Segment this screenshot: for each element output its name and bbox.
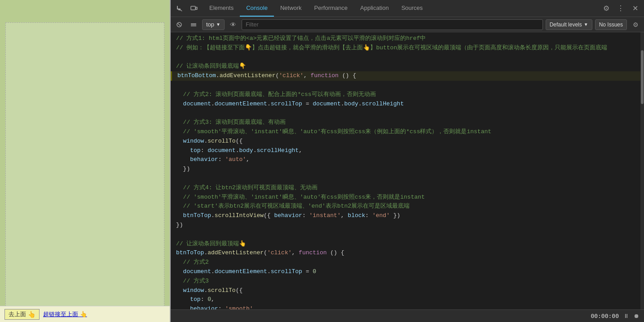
devtools-more-button[interactable]: ⋮ <box>615 3 626 14</box>
code-line-2: // 例如：【超链接至下面👇】点击超链接，就会平滑的滑动到【去上面👆】butto… <box>171 44 640 53</box>
code-line-25: // 方式2 <box>171 258 640 267</box>
devtools-panel: Elements Console Network Performance App… <box>171 0 644 322</box>
code-line-6 <box>171 81 640 90</box>
code-line-18: // 'smooth'平滑滚动、'instant'瞬息、'auto'有css则按… <box>171 193 640 202</box>
code-line-27: // 方式3 <box>171 277 640 286</box>
clear-button-2[interactable] <box>188 19 199 30</box>
code-line-26: document.documentElement.scrollTop = 0 <box>171 267 640 277</box>
inspect-element-button[interactable] <box>173 2 186 15</box>
go-up-button[interactable]: 去上面 👆 <box>4 309 40 320</box>
code-line-4: // 让滚动条回到最底端👇 <box>171 62 640 71</box>
svg-rect-9 <box>191 26 196 26</box>
code-line-13: top: document.body.scrollHeight, <box>171 146 640 156</box>
default-levels-dropdown[interactable]: Default levels ▼ <box>546 19 592 30</box>
svg-line-6 <box>178 23 181 26</box>
tab-performance[interactable]: Performance <box>308 0 354 17</box>
svg-rect-4 <box>196 7 197 9</box>
record-button[interactable]: ⏺ <box>634 313 640 319</box>
code-line-28: window.scrollTo({ <box>171 286 640 296</box>
clear-console-button[interactable] <box>173 19 185 30</box>
code-line-1: // 方式1: html页面中的<a>元素已经设置了锚点，点击a元素可以平滑的滚… <box>171 34 640 44</box>
console-settings-button[interactable]: ⚙ <box>630 19 641 30</box>
devtools-toolbar: Elements Console Network Performance App… <box>171 0 644 17</box>
tab-console[interactable]: Console <box>240 0 274 17</box>
device-toolbar-button[interactable] <box>188 2 200 15</box>
code-line-21: }) <box>171 221 640 230</box>
code-line-10: // 方式3: 滚动到页面最底端、有动画 <box>171 118 640 127</box>
svg-rect-1 <box>177 9 181 9</box>
code-line-15: }) <box>171 165 640 174</box>
code-line-30: behavior: 'smooth', <box>171 305 640 309</box>
tab-sources[interactable]: Sources <box>395 0 429 17</box>
live-expressions-button[interactable]: 👁 <box>227 19 239 30</box>
svg-rect-7 <box>191 23 196 24</box>
devtools-close-button[interactable]: ✕ <box>630 3 640 14</box>
svg-rect-8 <box>191 24 196 25</box>
code-line-16 <box>171 174 640 183</box>
devtools-main: // 方式1: html页面中的<a>元素已经设置了锚点，点击a元素可以平滑的滚… <box>171 32 644 309</box>
devtools-tabs: Elements Console Network Performance App… <box>203 0 429 17</box>
code-line-23: // 让滚动条回到最顶端👆 <box>171 239 640 249</box>
top-context-dropdown[interactable]: top ▼ <box>202 19 225 30</box>
code-line-29: top: 0, <box>171 295 640 305</box>
no-issues-button[interactable]: No Issues <box>595 19 627 30</box>
console-filter-input[interactable] <box>242 19 543 30</box>
webpage-preview: 去上面 👆 超链接至上面 👆 <box>0 0 171 322</box>
code-line-14: behavior: 'auto', <box>171 155 640 165</box>
code-line-7: // 方式2: 滚动到页面最底端、配合上面的*css可以有动画，否则无动画 <box>171 90 640 100</box>
webpage-content <box>5 22 164 318</box>
code-line-3 <box>171 53 640 62</box>
console-toolbar: top ▼ 👁 Default levels ▼ No Issues ⚙ <box>171 17 644 32</box>
code-line-12: window.scrollTo({ <box>171 137 640 146</box>
code-line-5: btnToBottom.addEventListener('click', fu… <box>171 71 640 81</box>
tab-elements[interactable]: Elements <box>203 0 240 17</box>
console-scrollbar[interactable] <box>640 32 644 309</box>
levels-arrow-icon: ▼ <box>584 22 588 27</box>
go-up-finger-icon: 👆 <box>28 311 35 318</box>
code-line-19: // 'start'表示btn2展示在可视区域最顶端、'end'表示btn2展示… <box>171 202 640 211</box>
tab-network[interactable]: Network <box>274 0 308 17</box>
code-line-20: btnToTop.scrollIntoView({ behavior: 'ins… <box>171 211 640 221</box>
scroll-thumb[interactable] <box>641 50 644 104</box>
devtools-settings-button[interactable]: ⚙ <box>601 3 612 14</box>
code-line-22 <box>171 230 640 239</box>
dropdown-arrow-icon: ▼ <box>216 22 221 27</box>
code-line-17: // 方式4: 让btn2滚动到可视页面最顶端、无动画 <box>171 183 640 193</box>
scroll-link[interactable]: 超链接至上面 👆 <box>43 310 87 318</box>
code-line-11: // 'smooth'平滑滚动、'instant'瞬息、'auto'有css则按… <box>171 127 640 137</box>
devtools-bottom-bar: 00:00:00 ⏸ ⏺ <box>171 309 644 322</box>
code-line-8: document.documentElement.scrollTop = doc… <box>171 100 640 109</box>
code-line-24: btnToTop.addEventListener('click', funct… <box>171 248 640 258</box>
pause-button[interactable]: ⏸ <box>623 313 629 319</box>
time-display: 00:00:00 <box>591 313 619 319</box>
console-output[interactable]: // 方式1: html页面中的<a>元素已经设置了锚点，点击a元素可以平滑的滚… <box>171 32 640 309</box>
svg-rect-3 <box>191 6 195 10</box>
code-line-9 <box>171 109 640 118</box>
toolbar-left-icons <box>171 2 203 15</box>
webpage-bottom-bar: 去上面 👆 超链接至上面 👆 <box>0 306 170 322</box>
svg-marker-2 <box>178 9 182 11</box>
go-up-label: 去上面 <box>9 310 26 318</box>
toolbar-right-controls: ⚙ ⋮ ✕ <box>601 3 644 14</box>
tab-application[interactable]: Application <box>354 0 395 17</box>
